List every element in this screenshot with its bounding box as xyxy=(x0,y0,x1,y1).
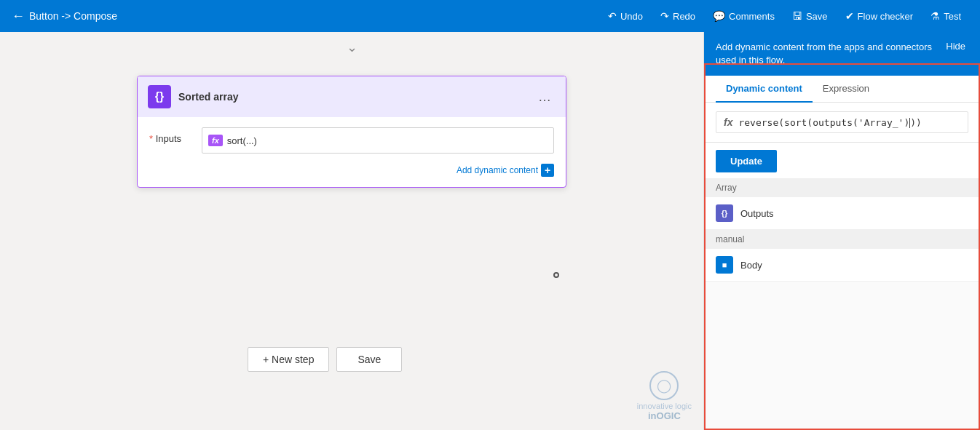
panel-tabs: Dynamic content Expression xyxy=(704,76,980,103)
body-label: Body xyxy=(740,260,762,271)
canvas-save-button[interactable]: Save xyxy=(336,347,402,372)
card-title: Sorted array xyxy=(178,91,526,103)
comments-icon: 💬 xyxy=(713,10,725,22)
back-button[interactable]: ← Button -> Compose xyxy=(12,9,117,24)
test-icon: ⚗ xyxy=(930,10,940,22)
inputs-expression: sort(...) xyxy=(227,135,257,146)
redo-button[interactable]: ↷ Redo xyxy=(653,7,703,25)
outputs-label: Outputs xyxy=(740,208,774,219)
expression-cursor xyxy=(909,118,910,128)
redo-icon: ↷ xyxy=(660,10,669,22)
card-menu-button[interactable]: … xyxy=(534,88,556,106)
chevron-down-icon: ⌄ xyxy=(347,39,357,55)
inputs-field[interactable]: fx sort(...) xyxy=(202,127,554,154)
list-item-outputs[interactable]: {} Outputs xyxy=(704,197,980,230)
tab-dynamic-content[interactable]: Dynamic content xyxy=(716,76,813,103)
topbar-actions: ↶ Undo ↷ Redo 💬 Comments 🖫 Save ✔ Flow c… xyxy=(601,7,968,25)
sorted-array-card: {} Sorted array … * Inputs fx sort(...) xyxy=(137,76,566,188)
right-panel: Add dynamic content from the apps and co… xyxy=(703,32,980,430)
list-item-body[interactable]: ■ Body xyxy=(704,249,980,282)
dynamic-content-list: Array {} Outputs manual ■ Body xyxy=(704,178,980,430)
panel-header-text: Add dynamic content from the apps and co… xyxy=(716,41,943,67)
watermark-sub: inOGIC xyxy=(648,410,681,421)
canvas: ⌄ {} Sorted array … * Inputs fx sort(...… xyxy=(0,32,703,430)
watermark-brand: innovative logic xyxy=(637,402,692,410)
save-button[interactable]: 🖫 Save xyxy=(785,7,835,25)
outputs-icon: {} xyxy=(716,204,733,222)
update-button-row: Update xyxy=(704,143,980,178)
watermark-logo: ◯ xyxy=(649,371,679,400)
undo-button[interactable]: ↶ Undo xyxy=(601,7,650,25)
expression-fx-label: fx xyxy=(724,116,732,128)
comments-button[interactable]: 💬 Comments xyxy=(706,7,782,25)
mouse-cursor xyxy=(553,272,559,278)
expression-area: fx reverse(sort(outputs('Array_'))) xyxy=(704,103,980,143)
section-array-label: Array xyxy=(704,178,980,197)
main-area: ⌄ {} Sorted array … * Inputs fx sort(...… xyxy=(0,32,980,430)
card-action-icon: {} xyxy=(148,85,171,108)
watermark: ◯ innovative logic inOGIC xyxy=(637,371,692,421)
new-step-button[interactable]: + New step xyxy=(248,347,329,372)
card-header: {} Sorted array … xyxy=(138,76,566,117)
expression-input-row[interactable]: fx reverse(sort(outputs('Array_'))) xyxy=(716,111,968,133)
update-button[interactable]: Update xyxy=(716,150,777,172)
add-dynamic-link[interactable]: Add dynamic content xyxy=(457,165,538,175)
topbar: ← Button -> Compose ↶ Undo ↷ Redo 💬 Comm… xyxy=(0,0,980,32)
inputs-field-row: * Inputs fx sort(...) Add dynamic conten… xyxy=(149,127,554,177)
card-body: * Inputs fx sort(...) Add dynamic conten… xyxy=(138,117,566,187)
add-dynamic-row: Add dynamic content + xyxy=(202,164,554,177)
flow-checker-icon: ✔ xyxy=(845,10,854,22)
back-arrow-icon: ← xyxy=(12,9,25,24)
inputs-label: * Inputs xyxy=(149,127,193,144)
flow-checker-button[interactable]: ✔ Flow checker xyxy=(838,7,921,25)
hide-button[interactable]: Hide xyxy=(943,41,968,52)
test-button[interactable]: ⚗ Test xyxy=(923,7,968,25)
section-manual-label: manual xyxy=(704,230,980,249)
connector-arrow: ⌄ xyxy=(347,39,357,55)
expression-value[interactable]: reverse(sort(outputs('Array_'))) xyxy=(738,117,960,129)
panel-header: Add dynamic content from the apps and co… xyxy=(704,32,980,76)
breadcrumb: Button -> Compose xyxy=(29,10,117,22)
save-icon: 🖫 xyxy=(792,10,802,22)
body-icon: ■ xyxy=(716,256,733,274)
fx-badge: fx xyxy=(208,135,223,146)
required-star: * xyxy=(149,133,156,144)
undo-icon: ↶ xyxy=(608,10,617,22)
bottom-buttons: + New step Save xyxy=(248,347,402,372)
tab-expression[interactable]: Expression xyxy=(813,76,880,103)
add-dynamic-plus-icon[interactable]: + xyxy=(541,164,554,177)
